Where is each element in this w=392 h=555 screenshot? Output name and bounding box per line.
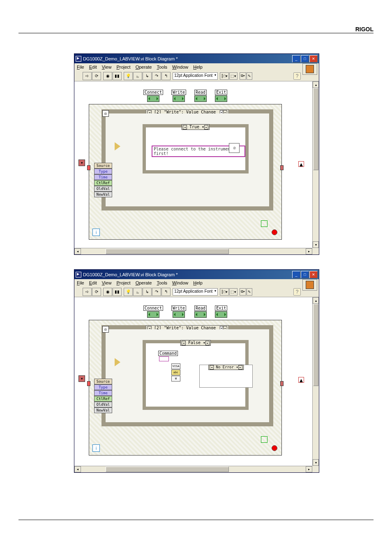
while-loop[interactable]: Connect Write Read Exit ◂ [2] "Write": V… (89, 104, 282, 240)
menu-tools[interactable]: Tools (157, 280, 167, 285)
shift-register-right[interactable] (280, 165, 284, 170)
case-selector-false[interactable]: ◂ False ▾▸ (180, 340, 211, 346)
loop-condition-terminal[interactable] (272, 229, 277, 235)
while-loop[interactable]: Connect Write Read Exit ◂ [2] "Write": V… (89, 320, 282, 456)
menu-operate[interactable]: Operate (136, 65, 152, 69)
shift-register-out[interactable]: ▴ (298, 377, 304, 383)
scroll-up-button[interactable]: ▴ (313, 81, 319, 88)
step-into-button[interactable]: ↳ (143, 72, 152, 80)
highlight-exec-button[interactable]: 💡 (124, 72, 133, 80)
vertical-scrollbar[interactable]: ▴▾ (312, 81, 319, 248)
menu-window[interactable]: Window (172, 280, 188, 285)
tunnel-left[interactable] (87, 381, 90, 386)
vertical-scrollbar[interactable]: ▴▾ (312, 297, 319, 466)
case-structure[interactable]: ◂ True ▾▸ Please connect to the instrume… (143, 124, 249, 173)
command-control-terminal[interactable] (159, 356, 169, 361)
visa-write-stack[interactable]: VISA abc W (171, 363, 180, 382)
event-write-terminal[interactable] (173, 311, 185, 318)
menu-view[interactable]: View (102, 280, 112, 285)
event-connect-terminal[interactable] (147, 95, 159, 102)
scroll-left-button[interactable]: ◂ (74, 248, 81, 254)
pause-button[interactable]: ▮▮ (113, 72, 122, 80)
titlebar[interactable]: DG1000Z_Demo_LABVIEW.vi Block Diagram * … (74, 270, 319, 279)
reorder-menu[interactable]: ⧉▾ (240, 72, 246, 80)
event-exit-terminal[interactable] (215, 311, 227, 318)
loop-condition-terminal[interactable] (272, 445, 277, 451)
menu-project[interactable]: Project (116, 65, 130, 69)
event-registration-node[interactable]: ▾ (78, 160, 85, 166)
minimize-button[interactable]: _ (292, 55, 300, 62)
tunnel-left[interactable] (87, 165, 90, 170)
case-selector-true[interactable]: ◂ True ▾▸ (182, 124, 210, 130)
font-selector[interactable]: 12pt Application Font (173, 288, 218, 296)
scroll-down-button[interactable]: ▾ (313, 241, 319, 248)
event-structure[interactable]: ◂ [2] "Write": Value Change ▾▸ ⧈ ◂ False… (101, 325, 273, 426)
align-menu[interactable]: ┋□▾ (220, 72, 228, 80)
step-over-button[interactable]: ↷ (152, 288, 161, 296)
event-exit-terminal[interactable] (215, 95, 227, 102)
context-help-button[interactable]: ? (293, 72, 301, 80)
close-button[interactable]: ✕ (309, 271, 318, 278)
menu-project[interactable]: Project (116, 280, 130, 285)
event-registration-node[interactable]: ▾ (78, 375, 85, 382)
pause-button[interactable]: ▮▮ (113, 288, 122, 296)
horizontal-scrollbar[interactable]: ◂▸ (74, 248, 312, 254)
abort-button[interactable]: ◉ (103, 288, 112, 296)
menu-help[interactable]: Help (193, 280, 203, 285)
step-out-button[interactable]: ↰ (161, 72, 171, 80)
loop-iteration-terminal[interactable]: i (92, 444, 100, 452)
run-button[interactable]: ➪ (83, 72, 92, 80)
menu-file[interactable]: File (77, 280, 84, 285)
loop-iteration-terminal[interactable]: i (92, 229, 100, 236)
cleanup-button[interactable]: ✎ (247, 288, 252, 296)
vscroll-thumb[interactable] (313, 88, 318, 170)
font-selector[interactable]: 12pt Application Font (173, 72, 218, 80)
menu-file[interactable]: File (77, 65, 84, 69)
align-menu[interactable]: ┋□▾ (220, 288, 228, 296)
menu-window[interactable]: Window (172, 65, 188, 69)
highlight-exec-button[interactable]: 💡 (124, 288, 133, 296)
menu-edit[interactable]: Edit (89, 65, 97, 69)
block-diagram-canvas[interactable]: ▾ Connect Write Read Exit ◂ [2] "Write":… (74, 297, 312, 466)
timeout-terminal[interactable] (115, 142, 120, 150)
scroll-right-button[interactable]: ▸ (306, 466, 312, 472)
menu-edit[interactable]: Edit (89, 280, 97, 285)
step-over-button[interactable]: ↷ (152, 72, 161, 80)
step-into-button[interactable]: ↳ (143, 288, 152, 296)
event-read-terminal[interactable] (194, 311, 207, 318)
hscroll-thumb[interactable] (106, 249, 229, 254)
run-button[interactable]: ➪ (83, 288, 92, 296)
menu-tools[interactable]: Tools (157, 65, 167, 69)
abort-button[interactable]: ◉ (103, 72, 112, 80)
event-write-terminal[interactable] (173, 95, 185, 102)
distribute-menu[interactable]: ⬚▾ (229, 288, 238, 296)
resize-grip[interactable] (312, 248, 319, 254)
scroll-left-button[interactable]: ◂ (74, 466, 81, 472)
scroll-down-button[interactable]: ▾ (313, 459, 319, 466)
dynamic-event-terminal-in[interactable]: ⧈ (102, 326, 109, 333)
error-case-selector[interactable]: ◂ No Error ▾▸ (208, 365, 244, 370)
vi-icon[interactable] (302, 279, 317, 291)
shift-register-right[interactable] (280, 381, 284, 386)
titlebar[interactable]: DG1000Z_Demo_LABVIEW.vi Block Diagram * … (74, 54, 319, 63)
close-button[interactable]: ✕ (309, 55, 318, 62)
retain-wire-button[interactable]: ⎁ (133, 72, 142, 80)
error-case-structure[interactable]: ◂ No Error ▾▸ (199, 365, 253, 388)
reorder-menu[interactable]: ⧉▾ (240, 288, 246, 296)
cleanup-button[interactable]: ✎ (247, 72, 252, 80)
scroll-up-button[interactable]: ▴ (313, 297, 319, 304)
step-out-button[interactable]: ↰ (161, 288, 171, 296)
dynamic-event-terminal-in[interactable]: ⧈ (102, 110, 109, 117)
context-help-button[interactable]: ? (293, 288, 301, 296)
menu-help[interactable]: Help (193, 65, 203, 69)
timeout-terminal[interactable] (115, 358, 120, 366)
run-continuous-button[interactable]: ⟳ (92, 288, 101, 296)
run-continuous-button[interactable]: ⟳ (92, 72, 101, 80)
event-structure[interactable]: ◂ [2] "Write": Value Change ▾▸ ⧈ ◂ True … (101, 109, 273, 210)
shift-register-out[interactable]: ▴ (298, 161, 304, 167)
one-button-dialog-icon[interactable]: ⎚ (229, 143, 240, 153)
hscroll-thumb[interactable] (106, 467, 229, 472)
retain-wire-button[interactable]: ⎁ (133, 288, 142, 296)
case-structure[interactable]: ◂ False ▾▸ Command VISA abc W ◂ No Error… (143, 340, 249, 410)
vscroll-thumb[interactable] (313, 304, 318, 386)
